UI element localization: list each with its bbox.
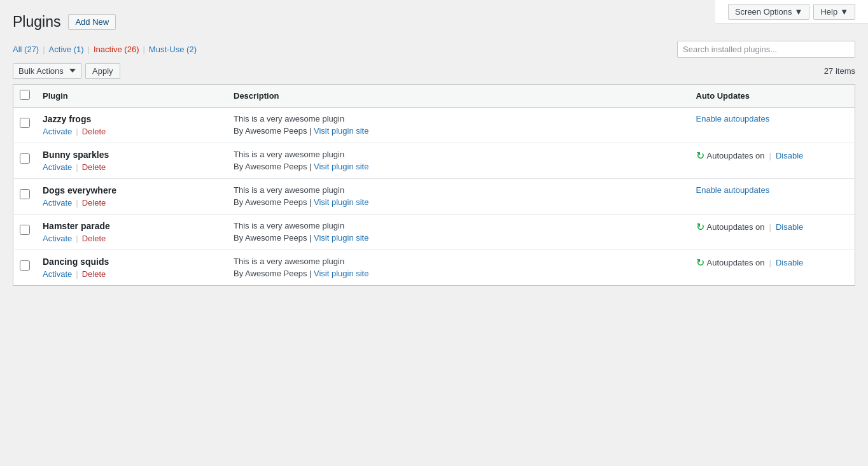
- autoupdates-on-label: Autoupdates on: [707, 258, 765, 267]
- select-all-checkbox[interactable]: [20, 90, 30, 100]
- filter-inactive-link[interactable]: Inactive (26): [94, 45, 139, 54]
- apply-button[interactable]: Apply: [85, 63, 120, 79]
- plugin-description-text: This is a very awesome plugin: [234, 257, 683, 266]
- row-checkbox-cell: [13, 250, 37, 285]
- action-separator: |: [76, 162, 78, 172]
- visit-plugin-site-link[interactable]: Visit plugin site: [314, 126, 368, 136]
- activate-link[interactable]: Activate: [43, 162, 72, 172]
- row-checkbox-cell: [13, 214, 37, 250]
- plugin-author: By Awesome Peeps | Visit plugin site: [234, 197, 683, 207]
- help-button[interactable]: Help ▼: [813, 4, 855, 20]
- activate-link[interactable]: Activate: [43, 269, 72, 279]
- autoupdates-on-status: ↻Autoupdates on | Disable: [696, 257, 849, 269]
- action-separator: |: [76, 127, 78, 136]
- plugin-checkbox[interactable]: [20, 260, 30, 271]
- filter-active-link[interactable]: Active (1): [49, 45, 84, 54]
- autoupdate-separator: |: [769, 151, 771, 160]
- col-description-header: Description: [227, 84, 690, 107]
- table-header-row: Plugin Description Auto Updates: [13, 84, 855, 107]
- row-checkbox-cell: [13, 107, 37, 143]
- delete-link[interactable]: Delete: [82, 269, 106, 279]
- autoupdate-refresh-icon: ↻: [696, 150, 704, 162]
- autoupdates-on-label: Autoupdates on: [707, 222, 765, 232]
- screen-options-button[interactable]: Screen Options ▼: [728, 4, 809, 20]
- plugin-author: By Awesome Peeps | Visit plugin site: [234, 162, 683, 171]
- action-separator: |: [76, 234, 78, 243]
- delete-link[interactable]: Delete: [82, 127, 106, 136]
- disable-autoupdates-link[interactable]: Disable: [776, 258, 803, 267]
- autoupdate-refresh-icon: ↻: [696, 257, 704, 269]
- plugin-description-text: This is a very awesome plugin: [234, 221, 683, 230]
- add-new-button[interactable]: Add New: [68, 14, 116, 30]
- autoupdate-separator: |: [769, 222, 771, 232]
- bulk-actions-select[interactable]: Bulk Actions: [13, 63, 81, 79]
- action-separator: |: [76, 269, 78, 279]
- plugin-actions: Activate | Delete: [43, 234, 221, 243]
- col-auto-updates-header: Auto Updates: [690, 84, 855, 107]
- delete-link[interactable]: Delete: [82, 234, 106, 243]
- plugin-name: Hamster parade: [43, 221, 221, 231]
- actions-bar: Bulk Actions Apply 27 items: [13, 63, 855, 79]
- visit-plugin-site-link[interactable]: Visit plugin site: [314, 269, 368, 278]
- delete-link[interactable]: Delete: [82, 162, 106, 172]
- col-checkbox-header: [13, 84, 37, 107]
- plugin-author: By Awesome Peeps | Visit plugin site: [234, 269, 683, 278]
- col-plugin-header: Plugin: [36, 84, 227, 107]
- plugin-actions: Activate | Delete: [43, 127, 221, 136]
- visit-plugin-site-link[interactable]: Visit plugin site: [314, 162, 368, 171]
- visit-plugin-site-link[interactable]: Visit plugin site: [314, 233, 368, 243]
- plugin-name: Bunny sparkles: [43, 150, 221, 160]
- actions-left: Bulk Actions Apply: [13, 63, 120, 79]
- action-separator: |: [76, 198, 78, 208]
- table-row: Jazzy frogsActivate | DeleteThis is a ve…: [13, 107, 855, 143]
- plugin-name: Dogs everywhere: [43, 185, 221, 195]
- search-input[interactable]: [677, 41, 855, 58]
- row-checkbox-cell: [13, 143, 37, 178]
- auto-updates-cell: Enable autoupdates: [690, 107, 855, 143]
- screen-options-chevron-icon: ▼: [795, 7, 803, 17]
- plugin-name-cell: Hamster paradeActivate | Delete: [36, 214, 227, 250]
- help-chevron-icon: ▼: [840, 7, 848, 17]
- plugin-description-cell: This is a very awesome pluginBy Awesome …: [227, 143, 690, 178]
- top-bar: Screen Options ▼ Help ▼: [715, 0, 868, 24]
- plugin-description-cell: This is a very awesome pluginBy Awesome …: [227, 250, 690, 285]
- main-content: Plugins Add New All (27) | Active (1) | …: [0, 0, 868, 299]
- plugin-author: By Awesome Peeps | Visit plugin site: [234, 233, 683, 243]
- auto-updates-cell: ↻Autoupdates on | Disable: [690, 250, 855, 285]
- plugin-checkbox[interactable]: [20, 189, 30, 199]
- enable-autoupdates-link[interactable]: Enable autoupdates: [696, 114, 770, 124]
- screen-options-label: Screen Options: [735, 7, 792, 17]
- plugin-author: By Awesome Peeps | Visit plugin site: [234, 126, 683, 136]
- enable-autoupdates-link[interactable]: Enable autoupdates: [696, 185, 770, 195]
- plugin-checkbox[interactable]: [20, 153, 30, 164]
- filter-sep-3: |: [143, 45, 144, 54]
- page-title: Plugins: [13, 13, 60, 32]
- plugin-actions: Activate | Delete: [43, 269, 221, 279]
- plugin-checkbox[interactable]: [20, 225, 30, 235]
- filter-must-use-link[interactable]: Must-Use (2): [149, 45, 197, 54]
- items-count: 27 items: [824, 66, 855, 76]
- delete-link[interactable]: Delete: [82, 198, 106, 208]
- disable-autoupdates-link[interactable]: Disable: [776, 222, 803, 232]
- plugin-name-cell: Dogs everywhereActivate | Delete: [36, 178, 227, 214]
- plugin-description-cell: This is a very awesome pluginBy Awesome …: [227, 214, 690, 250]
- autoupdates-on-label: Autoupdates on: [707, 151, 765, 160]
- activate-link[interactable]: Activate: [43, 127, 72, 136]
- visit-plugin-site-link[interactable]: Visit plugin site: [314, 197, 368, 207]
- filter-bar: All (27) | Active (1) | Inactive (26) | …: [13, 41, 855, 58]
- autoupdate-separator: |: [769, 258, 771, 267]
- table-row: Dogs everywhereActivate | DeleteThis is …: [13, 178, 855, 214]
- plugin-actions: Activate | Delete: [43, 162, 221, 172]
- activate-link[interactable]: Activate: [43, 234, 72, 243]
- row-checkbox-cell: [13, 178, 37, 214]
- plugin-name: Jazzy frogs: [43, 114, 221, 124]
- search-box: [677, 41, 855, 58]
- filter-links: All (27) | Active (1) | Inactive (26) | …: [13, 45, 197, 54]
- activate-link[interactable]: Activate: [43, 198, 72, 208]
- autoupdate-refresh-icon: ↻: [696, 221, 704, 233]
- plugin-checkbox[interactable]: [20, 118, 30, 128]
- plugin-description-text: This is a very awesome plugin: [234, 114, 683, 124]
- disable-autoupdates-link[interactable]: Disable: [776, 151, 803, 160]
- filter-all-link[interactable]: All (27): [13, 45, 39, 54]
- auto-updates-cell: ↻Autoupdates on | Disable: [690, 214, 855, 250]
